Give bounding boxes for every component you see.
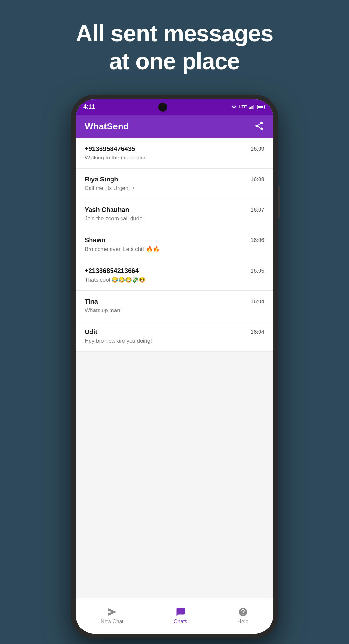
svg-rect-7 <box>258 106 263 108</box>
chat-name: Yash Chauhan <box>85 206 245 213</box>
chat-time: 16:06 <box>250 236 264 244</box>
chat-item[interactable]: Tina Whats up man! 16:04 <box>76 291 273 321</box>
chat-preview: Call me! its Urgent :/ <box>85 185 245 191</box>
lte-icon: LTE <box>239 104 247 109</box>
chat-item[interactable]: +21386854213664 Thats cool 😂😂😂💸😆 16:05 <box>76 260 273 291</box>
phone-screen: 4:11 LTE <box>76 99 273 634</box>
chat-time: 16:04 <box>250 298 264 305</box>
chat-time: 16:08 <box>250 176 264 183</box>
svg-rect-1 <box>249 107 250 109</box>
headline-line2: at one place <box>109 48 240 74</box>
battery-icon <box>257 105 266 109</box>
bottom-nav: New Chat Chats Help <box>76 598 273 634</box>
nav-chats-label: Chats <box>174 619 187 625</box>
chat-name: Riya Singh <box>85 176 245 183</box>
chat-info: Yash Chauhan Join the zoom call dude! <box>85 206 245 222</box>
svg-rect-4 <box>253 105 254 109</box>
wifi-icon <box>231 105 237 109</box>
chat-info: +21386854213664 Thats cool 😂😂😂💸😆 <box>85 267 245 283</box>
svg-rect-2 <box>250 107 251 109</box>
chat-info: Shawn Bro come over. Lets chill 🔥🔥 <box>85 236 245 253</box>
chat-icon <box>176 607 185 617</box>
nav-chats[interactable]: Chats <box>174 607 187 625</box>
chat-time: 16:04 <box>250 328 264 335</box>
nav-new-chat[interactable]: New Chat <box>101 607 123 625</box>
chat-item[interactable]: Yash Chauhan Join the zoom call dude! 16… <box>76 199 273 229</box>
send-icon <box>107 607 117 617</box>
headline-line1: All sent messages <box>76 20 273 46</box>
chat-item[interactable]: Shawn Bro come over. Lets chill 🔥🔥 16:06 <box>76 229 273 260</box>
camera-notch <box>158 103 167 112</box>
chat-name: +21386854213664 <box>85 267 245 275</box>
chat-name: +9136958476435 <box>85 145 245 153</box>
share-icon <box>254 121 264 131</box>
chat-info: +9136958476435 Walking to the moooooon <box>85 145 245 161</box>
chat-item[interactable]: Udit Hey bro how are you doing! 16:04 <box>76 321 273 352</box>
app-title: WhatSend <box>85 121 129 132</box>
svg-point-0 <box>234 109 235 109</box>
help-icon <box>238 607 248 617</box>
chat-time: 16:07 <box>250 206 264 213</box>
chat-info: Tina Whats up man! <box>85 298 245 314</box>
chat-time: 16:09 <box>250 145 264 152</box>
chat-name: Udit <box>85 328 245 336</box>
status-bar: 4:11 LTE <box>76 99 273 115</box>
phone-mockup: 4:11 LTE <box>71 95 278 638</box>
chat-preview: Whats up man! <box>85 307 245 314</box>
svg-rect-6 <box>264 106 265 108</box>
share-button[interactable] <box>254 121 264 132</box>
signal-icon <box>249 105 255 109</box>
chat-item[interactable]: +9136958476435 Walking to the moooooon 1… <box>76 138 273 169</box>
chat-item[interactable]: Riya Singh Call me! its Urgent :/ 16:08 <box>76 169 273 199</box>
chat-time: 16:05 <box>250 267 264 274</box>
app-bar: WhatSend <box>76 115 273 138</box>
status-time: 4:11 <box>83 104 95 110</box>
chat-preview: Join the zoom call dude! <box>85 215 245 222</box>
nav-new-chat-label: New Chat <box>101 619 123 625</box>
chat-preview: Bro come over. Lets chill 🔥🔥 <box>85 246 245 253</box>
chat-preview: Thats cool 😂😂😂💸😆 <box>85 277 245 283</box>
chat-info: Udit Hey bro how are you doing! <box>85 328 245 344</box>
nav-help[interactable]: Help <box>238 607 248 625</box>
chat-preview: Hey bro how are you doing! <box>85 338 245 344</box>
page-headline: All sent messages at one place <box>76 19 273 75</box>
nav-help-label: Help <box>238 619 248 625</box>
chat-list: +9136958476435 Walking to the moooooon 1… <box>76 138 273 598</box>
chat-info: Riya Singh Call me! its Urgent :/ <box>85 176 245 191</box>
svg-rect-3 <box>251 106 252 109</box>
chat-name: Shawn <box>85 236 245 244</box>
chat-preview: Walking to the moooooon <box>85 155 245 161</box>
status-icons: LTE <box>231 104 266 109</box>
chat-name: Tina <box>85 298 245 305</box>
